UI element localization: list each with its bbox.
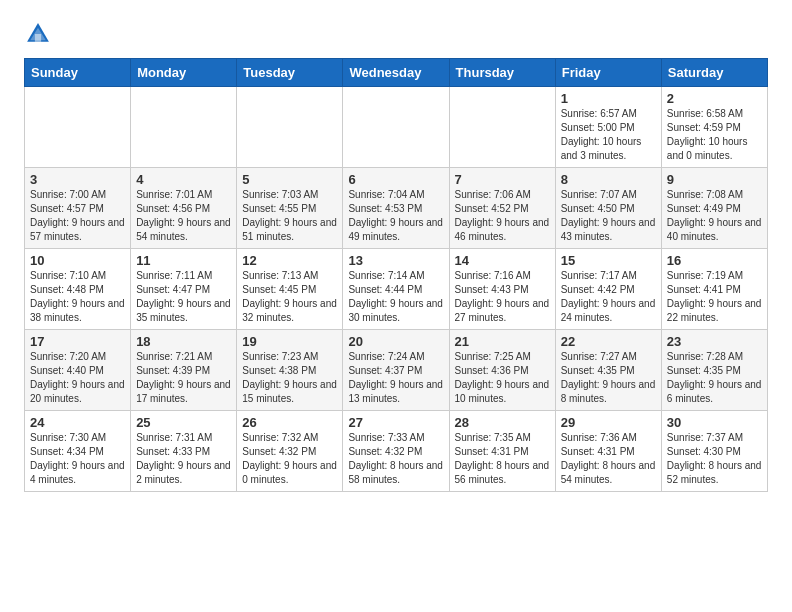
- day-info: Sunrise: 7:23 AM Sunset: 4:38 PM Dayligh…: [242, 350, 337, 406]
- day-info: Sunrise: 7:19 AM Sunset: 4:41 PM Dayligh…: [667, 269, 762, 325]
- day-info: Sunrise: 7:06 AM Sunset: 4:52 PM Dayligh…: [455, 188, 550, 244]
- week-row-3: 17Sunrise: 7:20 AM Sunset: 4:40 PM Dayli…: [25, 330, 768, 411]
- day-cell: [237, 87, 343, 168]
- col-header-saturday: Saturday: [661, 59, 767, 87]
- day-cell: 26Sunrise: 7:32 AM Sunset: 4:32 PM Dayli…: [237, 411, 343, 492]
- day-number: 20: [348, 334, 443, 349]
- day-info: Sunrise: 7:00 AM Sunset: 4:57 PM Dayligh…: [30, 188, 125, 244]
- week-row-0: 1Sunrise: 6:57 AM Sunset: 5:00 PM Daylig…: [25, 87, 768, 168]
- col-header-wednesday: Wednesday: [343, 59, 449, 87]
- col-header-monday: Monday: [131, 59, 237, 87]
- day-cell: 20Sunrise: 7:24 AM Sunset: 4:37 PM Dayli…: [343, 330, 449, 411]
- day-cell: 2Sunrise: 6:58 AM Sunset: 4:59 PM Daylig…: [661, 87, 767, 168]
- day-info: Sunrise: 7:31 AM Sunset: 4:33 PM Dayligh…: [136, 431, 231, 487]
- day-cell: 11Sunrise: 7:11 AM Sunset: 4:47 PM Dayli…: [131, 249, 237, 330]
- day-cell: 13Sunrise: 7:14 AM Sunset: 4:44 PM Dayli…: [343, 249, 449, 330]
- day-info: Sunrise: 7:03 AM Sunset: 4:55 PM Dayligh…: [242, 188, 337, 244]
- week-row-2: 10Sunrise: 7:10 AM Sunset: 4:48 PM Dayli…: [25, 249, 768, 330]
- day-number: 12: [242, 253, 337, 268]
- day-info: Sunrise: 7:17 AM Sunset: 4:42 PM Dayligh…: [561, 269, 656, 325]
- day-number: 7: [455, 172, 550, 187]
- day-info: Sunrise: 7:37 AM Sunset: 4:30 PM Dayligh…: [667, 431, 762, 487]
- day-number: 19: [242, 334, 337, 349]
- day-cell: 29Sunrise: 7:36 AM Sunset: 4:31 PM Dayli…: [555, 411, 661, 492]
- day-cell: 25Sunrise: 7:31 AM Sunset: 4:33 PM Dayli…: [131, 411, 237, 492]
- day-cell: 28Sunrise: 7:35 AM Sunset: 4:31 PM Dayli…: [449, 411, 555, 492]
- day-info: Sunrise: 7:07 AM Sunset: 4:50 PM Dayligh…: [561, 188, 656, 244]
- day-info: Sunrise: 7:21 AM Sunset: 4:39 PM Dayligh…: [136, 350, 231, 406]
- day-number: 4: [136, 172, 231, 187]
- day-number: 1: [561, 91, 656, 106]
- day-cell: 6Sunrise: 7:04 AM Sunset: 4:53 PM Daylig…: [343, 168, 449, 249]
- day-number: 28: [455, 415, 550, 430]
- day-number: 15: [561, 253, 656, 268]
- day-cell: 8Sunrise: 7:07 AM Sunset: 4:50 PM Daylig…: [555, 168, 661, 249]
- day-number: 30: [667, 415, 762, 430]
- day-cell: [25, 87, 131, 168]
- day-number: 22: [561, 334, 656, 349]
- day-number: 2: [667, 91, 762, 106]
- day-cell: 17Sunrise: 7:20 AM Sunset: 4:40 PM Dayli…: [25, 330, 131, 411]
- day-number: 13: [348, 253, 443, 268]
- day-number: 16: [667, 253, 762, 268]
- day-number: 17: [30, 334, 125, 349]
- day-cell: 16Sunrise: 7:19 AM Sunset: 4:41 PM Dayli…: [661, 249, 767, 330]
- day-cell: 24Sunrise: 7:30 AM Sunset: 4:34 PM Dayli…: [25, 411, 131, 492]
- day-cell: 7Sunrise: 7:06 AM Sunset: 4:52 PM Daylig…: [449, 168, 555, 249]
- col-header-thursday: Thursday: [449, 59, 555, 87]
- day-cell: 22Sunrise: 7:27 AM Sunset: 4:35 PM Dayli…: [555, 330, 661, 411]
- day-info: Sunrise: 7:36 AM Sunset: 4:31 PM Dayligh…: [561, 431, 656, 487]
- day-cell: [343, 87, 449, 168]
- day-number: 10: [30, 253, 125, 268]
- day-info: Sunrise: 7:11 AM Sunset: 4:47 PM Dayligh…: [136, 269, 231, 325]
- day-number: 18: [136, 334, 231, 349]
- day-number: 14: [455, 253, 550, 268]
- day-info: Sunrise: 7:28 AM Sunset: 4:35 PM Dayligh…: [667, 350, 762, 406]
- day-cell: 1Sunrise: 6:57 AM Sunset: 5:00 PM Daylig…: [555, 87, 661, 168]
- day-cell: 10Sunrise: 7:10 AM Sunset: 4:48 PM Dayli…: [25, 249, 131, 330]
- day-cell: 12Sunrise: 7:13 AM Sunset: 4:45 PM Dayli…: [237, 249, 343, 330]
- calendar: SundayMondayTuesdayWednesdayThursdayFrid…: [24, 58, 768, 492]
- day-cell: 5Sunrise: 7:03 AM Sunset: 4:55 PM Daylig…: [237, 168, 343, 249]
- day-cell: 30Sunrise: 7:37 AM Sunset: 4:30 PM Dayli…: [661, 411, 767, 492]
- day-number: 9: [667, 172, 762, 187]
- day-info: Sunrise: 7:30 AM Sunset: 4:34 PM Dayligh…: [30, 431, 125, 487]
- day-info: Sunrise: 7:08 AM Sunset: 4:49 PM Dayligh…: [667, 188, 762, 244]
- day-cell: 3Sunrise: 7:00 AM Sunset: 4:57 PM Daylig…: [25, 168, 131, 249]
- logo-icon: [24, 20, 52, 48]
- day-number: 24: [30, 415, 125, 430]
- day-info: Sunrise: 7:04 AM Sunset: 4:53 PM Dayligh…: [348, 188, 443, 244]
- col-header-sunday: Sunday: [25, 59, 131, 87]
- day-number: 27: [348, 415, 443, 430]
- day-info: Sunrise: 7:24 AM Sunset: 4:37 PM Dayligh…: [348, 350, 443, 406]
- day-number: 11: [136, 253, 231, 268]
- day-cell: [131, 87, 237, 168]
- day-number: 6: [348, 172, 443, 187]
- day-number: 8: [561, 172, 656, 187]
- day-number: 25: [136, 415, 231, 430]
- day-info: Sunrise: 7:16 AM Sunset: 4:43 PM Dayligh…: [455, 269, 550, 325]
- logo: [24, 20, 56, 48]
- day-cell: 21Sunrise: 7:25 AM Sunset: 4:36 PM Dayli…: [449, 330, 555, 411]
- day-cell: 15Sunrise: 7:17 AM Sunset: 4:42 PM Dayli…: [555, 249, 661, 330]
- day-cell: 4Sunrise: 7:01 AM Sunset: 4:56 PM Daylig…: [131, 168, 237, 249]
- day-info: Sunrise: 7:32 AM Sunset: 4:32 PM Dayligh…: [242, 431, 337, 487]
- day-info: Sunrise: 7:20 AM Sunset: 4:40 PM Dayligh…: [30, 350, 125, 406]
- day-number: 21: [455, 334, 550, 349]
- day-cell: 19Sunrise: 7:23 AM Sunset: 4:38 PM Dayli…: [237, 330, 343, 411]
- page: SundayMondayTuesdayWednesdayThursdayFrid…: [0, 0, 792, 508]
- day-cell: [449, 87, 555, 168]
- week-row-1: 3Sunrise: 7:00 AM Sunset: 4:57 PM Daylig…: [25, 168, 768, 249]
- day-info: Sunrise: 7:27 AM Sunset: 4:35 PM Dayligh…: [561, 350, 656, 406]
- day-info: Sunrise: 7:25 AM Sunset: 4:36 PM Dayligh…: [455, 350, 550, 406]
- day-info: Sunrise: 6:58 AM Sunset: 4:59 PM Dayligh…: [667, 107, 762, 163]
- svg-rect-2: [35, 34, 41, 42]
- day-cell: 14Sunrise: 7:16 AM Sunset: 4:43 PM Dayli…: [449, 249, 555, 330]
- day-info: Sunrise: 6:57 AM Sunset: 5:00 PM Dayligh…: [561, 107, 656, 163]
- col-header-tuesday: Tuesday: [237, 59, 343, 87]
- header: [24, 20, 768, 48]
- day-number: 26: [242, 415, 337, 430]
- day-number: 23: [667, 334, 762, 349]
- day-cell: 18Sunrise: 7:21 AM Sunset: 4:39 PM Dayli…: [131, 330, 237, 411]
- day-info: Sunrise: 7:35 AM Sunset: 4:31 PM Dayligh…: [455, 431, 550, 487]
